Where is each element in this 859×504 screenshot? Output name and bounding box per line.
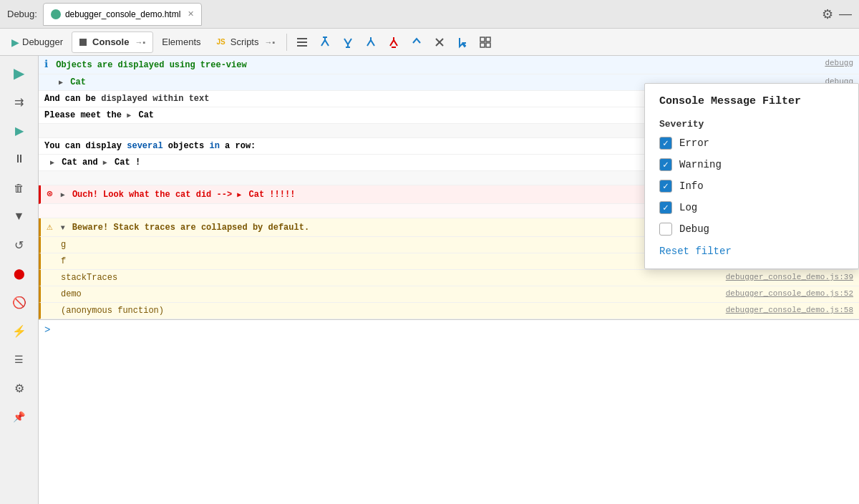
console-area: ℹ Objects are displayed using tree-view … [39,56,859,504]
filter-label-error: Error [679,137,709,149]
filter-item-log[interactable]: ✓ Log [645,197,858,218]
sidebar-refresh-btn[interactable]: ↺ [6,232,32,258]
filter-severity-label: Severity [645,113,858,132]
filter-item-info[interactable]: ✓ Info [645,175,858,197]
sidebar-lightning-btn[interactable]: ⚡ [6,318,32,344]
sidebar-filter-btn[interactable]: ▼ [6,203,32,229]
svg-rect-11 [480,43,485,47]
expand-icon-6[interactable]: ▶ [237,191,241,199]
source-link-1[interactable]: debugg [819,57,853,67]
console-line-1: ℹ Objects are displayed using tree-view … [39,56,859,74]
filter-item-debug[interactable]: Debug [645,218,858,240]
title-bar: Debug: debugger_console_demo.html ✕ ⚙ — [0,0,859,29]
expand-icon-5[interactable]: ▶ [61,191,65,199]
toolbar: ▶ Debugger Console →▪ Elements JS Script… [0,29,859,56]
sidebar: ▶ ⇉ ▶ ⏸ 🗑 ▼ ↺ ⬤ 🚫 ⚡ ☰ ⚙ 📌 [0,56,39,504]
sidebar-trash-btn[interactable]: 🗑 [6,175,32,200]
tab-file-icon [51,9,61,19]
title-label: Debug: [7,9,37,19]
step-up-btn[interactable] [406,33,427,52]
stack-demo: demo debugger_console_demo.js:52 [39,286,859,303]
source-demo[interactable]: debugger_console_demo.js:52 [720,288,853,298]
tab-scripts[interactable]: JS Scripts →▪ [210,32,283,53]
console-arrow: →▪ [135,38,145,47]
sidebar-no-entry-btn[interactable]: 🚫 [6,289,32,315]
sidebar-resume-btn[interactable]: ▶ [6,60,32,86]
stack-stacktraces: stackTraces debugger_console_demo.js:39 [39,270,859,286]
console-input[interactable] [54,325,853,335]
filter-reset-link[interactable]: Reset filter [645,240,858,257]
sidebar-pin-btn[interactable]: 📌 [6,404,32,430]
warn-icon: ⚠ [47,220,52,235]
tab-filename: debugger_console_demo.html [65,9,180,19]
stack-anon: (anonymous function) debugger_console_de… [39,303,859,319]
console-icon [79,39,87,46]
filter-checkbox-info[interactable]: ✓ [659,180,672,193]
js-icon: JS [217,38,225,46]
toolbar-separator-1 [286,34,287,51]
filter-label-debug: Debug [679,223,709,235]
collapse-icon[interactable]: ▼ [61,224,65,232]
filter-popup: Console Message Filter Severity ✓ Error … [644,83,859,269]
expand-icon-3[interactable]: ▶ [50,159,54,167]
filter-title: Console Message Filter [645,84,858,113]
tab-debugger[interactable]: ▶ Debugger [4,32,70,53]
filter-btn[interactable] [291,33,313,52]
you-text: You [44,141,60,151]
sidebar-breakpoint-btn[interactable]: ⬤ [6,261,32,286]
minimize-button[interactable]: — [839,6,852,21]
deactivate-btn[interactable] [429,33,450,52]
cursor-btn[interactable] [452,33,473,52]
svg-rect-9 [480,37,485,42]
sidebar-settings-btn[interactable]: ⚙ [6,375,32,401]
debugger-icon: ▶ [11,37,19,48]
filter-label-info: Info [679,180,704,192]
filter-item-error[interactable]: ✓ Error [645,132,858,154]
sidebar-stack-btn[interactable]: ☰ [6,346,32,372]
sidebar-pause-btn[interactable]: ⏸ [6,146,32,172]
filter-checkbox-debug[interactable] [659,223,672,236]
tab-console[interactable]: Console →▪ [72,32,153,53]
filter-label-log: Log [679,202,697,213]
step-over-btn[interactable] [314,33,336,52]
expand-icon-1[interactable]: ▶ [59,79,63,87]
step-red-btn[interactable] [383,33,404,52]
source-stacktraces[interactable]: debugger_console_demo.js:39 [720,271,853,281]
tab-elements[interactable]: Elements [155,32,208,53]
step-in-btn[interactable] [337,33,359,52]
sidebar-play-btn[interactable]: ▶ [6,117,32,143]
file-tab[interactable]: debugger_console_demo.html ✕ [43,3,202,26]
expand-icon-4[interactable]: ▶ [103,159,107,167]
expand-icon-2[interactable]: ▶ [127,112,131,120]
filter-checkbox-warning[interactable]: ✓ [659,158,672,171]
settings-button[interactable]: ⚙ [822,6,833,22]
svg-rect-12 [486,43,490,47]
main-area: ▶ ⇉ ▶ ⏸ 🗑 ▼ ↺ ⬤ 🚫 ⚡ ☰ ⚙ 📌 ℹ Objects are … [0,56,859,504]
info-icon-1: ℹ [44,57,48,72]
console-prompt: > [44,324,50,336]
sidebar-stepover-btn[interactable]: ⇉ [6,89,32,115]
svg-rect-10 [486,37,490,42]
filter-label-warning: Warning [679,159,722,170]
filter-checkbox-error[interactable]: ✓ [659,137,672,150]
console-input-line: > [39,319,859,340]
filter-checkbox-log[interactable]: ✓ [659,201,672,214]
scripts-arrow: →▪ [264,38,275,47]
source-anon[interactable]: debugger_console_demo.js:58 [720,304,853,314]
tab-close-icon[interactable]: ✕ [188,9,194,19]
grid-btn[interactable] [475,33,496,52]
step-out-btn[interactable] [360,33,382,52]
error-icon: ⊗ [47,187,52,202]
filter-item-warning[interactable]: ✓ Warning [645,154,858,175]
